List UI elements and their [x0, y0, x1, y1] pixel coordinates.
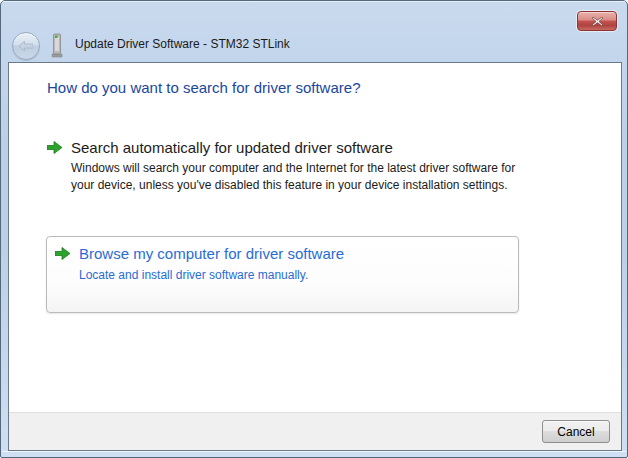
option-title: Browse my computer for driver software: [55, 245, 344, 262]
button-bar: Cancel: [9, 412, 621, 450]
back-arrow-icon: [19, 41, 33, 51]
driver-device-icon: [50, 33, 64, 58]
wizard-header: Update Driver Software - STM32 STLink: [1, 29, 627, 63]
close-button[interactable]: [577, 11, 617, 31]
window-title: Update Driver Software - STM32 STLink: [75, 37, 290, 51]
back-button[interactable]: [12, 32, 40, 60]
green-arrow-icon: [47, 141, 62, 154]
main-instruction: How do you want to search for driver sof…: [47, 79, 360, 96]
update-driver-software-window: Update Driver Software - STM32 STLink Ho…: [0, 0, 628, 458]
close-icon: [592, 17, 603, 26]
cancel-button[interactable]: Cancel: [542, 420, 610, 443]
green-arrow-icon: [55, 247, 70, 260]
option-description: Windows will search your computer and th…: [47, 160, 541, 194]
dialog-body: How do you want to search for driver sof…: [8, 62, 622, 451]
option-description: Locate and install driver software manua…: [55, 267, 495, 284]
option-search-automatically[interactable]: Search automatically for updated driver …: [47, 139, 557, 194]
bottom-frame-highlight: [2, 451, 626, 452]
dialog-content: How do you want to search for driver sof…: [9, 63, 621, 412]
option-browse-computer[interactable]: Browse my computer for driver software L…: [46, 236, 519, 313]
option-title: Search automatically for updated driver …: [47, 139, 557, 156]
